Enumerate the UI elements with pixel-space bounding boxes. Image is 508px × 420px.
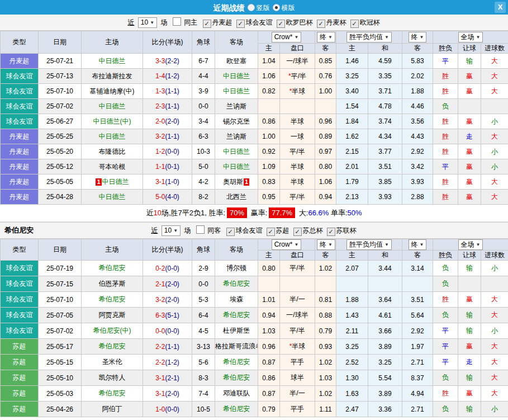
league-checkbox[interactable]: ✓ <box>293 228 302 236</box>
score-cell: 2-0(2-0) <box>143 114 192 129</box>
corner-cell: 8-3 <box>192 370 215 386</box>
date-cell: 25-07-13 <box>39 69 82 84</box>
score-cell: 1-0(0-0) <box>143 402 192 417</box>
league-checkbox[interactable]: ✓ <box>277 20 285 28</box>
result-cell: 胜 <box>433 129 458 144</box>
horizontal-radio-label: 横版 <box>282 4 295 12</box>
avg-home-cell: 2.47 <box>336 402 368 417</box>
league-checkbox[interactable]: ✓ <box>267 228 275 236</box>
filter-controls: 近 10▼ 场 同客 ✓球会友谊✓苏超✓苏总杯✓苏联杯 <box>0 223 508 238</box>
halftime-score: (2-0) <box>165 117 179 125</box>
league-checkbox[interactable]: ✓ <box>317 20 325 28</box>
avg-select[interactable]: 胜平负均值▼ <box>346 32 392 43</box>
handicap-result-cell: 赢 <box>458 190 481 205</box>
result-cell: 胜 <box>433 69 458 84</box>
league-filter: ✓丹麦超 <box>200 18 232 26</box>
avg-draw-cell: 4.34 <box>368 129 402 144</box>
score-cell: 3-1(1-0) <box>143 174 192 190</box>
result-cell: 胜 <box>433 144 458 159</box>
horizontal-radio[interactable] <box>273 4 280 11</box>
date-cell: 25-04-28 <box>39 190 82 205</box>
home-team-cell: 布隆德比 <box>82 144 143 159</box>
type-cell: 苏超 <box>1 339 39 355</box>
score-cell: 3-3(2-2) <box>143 54 192 69</box>
single-label: 单率: <box>331 209 348 217</box>
table-row: 球会友谊25-07-19希伯尼安0-2(0-0)2-9博尔顿0.80平/半1.0… <box>1 261 508 276</box>
handicap-cell: *半球 <box>280 339 315 355</box>
handicap-result-cell: 走 <box>458 355 481 370</box>
odds-away-cell: 1.02 <box>315 261 336 276</box>
league-checkbox[interactable]: ✓ <box>350 20 359 28</box>
goals-cell: 小 <box>481 402 508 417</box>
avg-draw-cell: 3.89 <box>368 339 402 355</box>
single-rate: 50% <box>348 209 362 217</box>
avg-stage-select[interactable]: 终▼ <box>409 32 427 43</box>
col-score: 比分(半场) <box>143 31 192 54</box>
league-checkbox[interactable]: ✓ <box>203 20 211 28</box>
halftime-score: (2-0) <box>165 280 179 288</box>
league-checkbox[interactable]: ✓ <box>327 228 335 236</box>
avg-home-cell: 3.25 <box>336 339 368 355</box>
home-team-cell: 中日德兰(中) <box>82 114 143 129</box>
near-link[interactable]: 近 <box>151 226 158 234</box>
odds-home-cell: 0.87 <box>258 386 280 402</box>
odds-stage-select[interactable]: 终▼ <box>317 32 335 43</box>
bookmaker-select[interactable]: Crow*▼ <box>272 32 302 43</box>
vertical-radio-label: 竖版 <box>257 4 270 12</box>
result-cell: 负 <box>433 370 458 386</box>
home-team-cell: 中日德兰 <box>82 99 143 114</box>
avg-home-cell: 2.52 <box>336 355 368 370</box>
fulltime-select[interactable]: 全场▼ <box>458 239 483 250</box>
avg-stage-select[interactable]: 终▼ <box>409 239 427 250</box>
type-cell: 苏超 <box>1 370 39 386</box>
column-header: 主 <box>336 44 368 54</box>
close-button[interactable]: X <box>495 2 506 13</box>
match-count-select[interactable]: 10▼ <box>162 225 181 236</box>
handicap-cell: 半球 <box>280 159 315 174</box>
fulltime-select[interactable]: 全场▼ <box>458 32 483 43</box>
result-cell: 胜 <box>433 114 458 129</box>
avg-away-cell: 1.88 <box>402 84 433 99</box>
near-link[interactable]: 近 <box>128 18 135 26</box>
league-filter: ✓丹麦杯 <box>314 18 346 26</box>
bookmaker-select[interactable]: Crow*▼ <box>272 239 302 250</box>
away-team-cell: 格拉斯哥流浪者 <box>215 339 258 355</box>
same-home-checkbox[interactable] <box>173 17 181 26</box>
handicap-result-cell: 赢 <box>458 69 481 84</box>
avg-draw-cell: 3.77 <box>368 144 402 159</box>
table-header-row: 类型 日期 主场 比分(半场) 角球 客场 Crow*▼ 终▼ 胜平负均值▼ 终… <box>1 239 508 251</box>
games-label: 场 <box>160 18 167 26</box>
odds-stage-select[interactable]: 终▼ <box>317 239 335 250</box>
league-checkbox[interactable]: ✓ <box>226 228 235 236</box>
away-team-cell: 中日德兰 <box>215 144 258 159</box>
handicap-result-cell: 输 <box>458 402 481 417</box>
chevron-down-icon: ▼ <box>328 242 333 247</box>
league-checkbox[interactable]: ✓ <box>236 20 245 28</box>
goals-cell: 大 <box>481 69 508 84</box>
avg-home-cell <box>336 276 368 292</box>
home-team-cell: 凯尔特人 <box>82 370 143 386</box>
table-row: 苏超25-05-17希伯尼安2-2(1-1)3-13格拉斯哥流浪者0.96*半球… <box>1 339 508 355</box>
corner-cell: 10-3 <box>192 144 215 159</box>
same-away-checkbox[interactable] <box>196 225 205 234</box>
avg-away-cell: 3.51 <box>402 292 433 308</box>
odds-home-cell: 1.06 <box>258 69 280 84</box>
odds-home-cell: 1.00 <box>258 129 280 144</box>
vertical-radio[interactable] <box>248 4 255 11</box>
league-filters: ✓丹麦超✓球会友谊✓欧罗巴杯✓丹麦杯✓欧冠杯 <box>200 18 381 26</box>
corner-cell: 8-2 <box>192 190 215 205</box>
corner-cell: 6-7 <box>192 54 215 69</box>
column-header: 客 <box>402 251 433 261</box>
match-count-select[interactable]: 10▼ <box>138 17 157 28</box>
title-bar: 近期战绩竖版横版 X <box>0 0 508 15</box>
avg-away-cell: 2.92 <box>402 144 433 159</box>
table-row: 球会友谊25-07-10基辅迪纳摩(中)1-3(1-1)3-9中日德兰0.82*… <box>1 84 508 99</box>
avg-away-cell: 3.56 <box>402 114 433 129</box>
avg-select[interactable]: 胜平负均值▼ <box>346 239 392 250</box>
odds-away-cell: 0.96 <box>315 114 336 129</box>
avg-draw-cell: 4.61 <box>368 308 402 323</box>
handicap-cell: 平/半 <box>280 190 315 205</box>
odds-home-cell: 0.79 <box>258 402 280 417</box>
type-cell: 球会友谊 <box>1 292 39 308</box>
date-cell: 25-04-26 <box>39 402 82 417</box>
